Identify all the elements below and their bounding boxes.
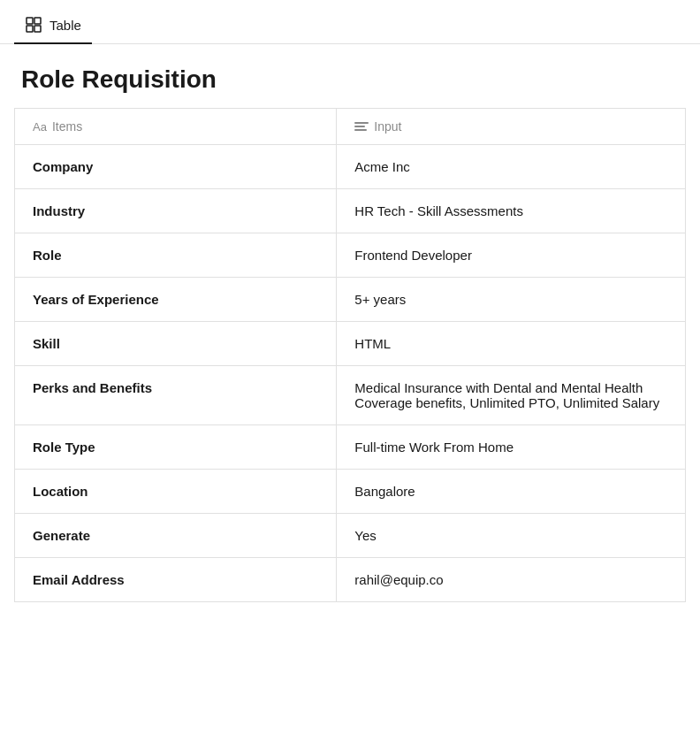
table-container: Aa Items Input CompanyAc [0, 108, 700, 602]
row-item-value: Medical Insurance with Dental and Mental… [337, 366, 686, 425]
svg-rect-3 [34, 26, 41, 32]
row-item-label: Skill [15, 322, 337, 366]
input-label: Input [374, 119, 401, 134]
table-row: SkillHTML [15, 322, 686, 366]
lines-icon [354, 122, 369, 131]
aa-prefix: Aa [33, 120, 47, 134]
row-item-label: Role Type [15, 425, 337, 470]
items-label: Items [52, 119, 82, 134]
table-row: IndustryHR Tech - Skill Assessments [15, 189, 686, 233]
table-row: GenerateYes [15, 514, 686, 558]
row-item-value: HR Tech - Skill Assessments [337, 189, 686, 233]
tab-table[interactable]: Table [14, 7, 92, 44]
svg-rect-1 [34, 18, 41, 24]
table-icon [25, 16, 42, 34]
row-item-label: Perks and Benefits [15, 366, 337, 425]
table-row: LocationBangalore [15, 470, 686, 514]
row-item-value: HTML [337, 322, 686, 366]
col-input-header: Input [337, 109, 686, 145]
tab-table-label: Table [49, 18, 81, 33]
row-item-label: Generate [15, 514, 337, 558]
row-item-value: Yes [337, 514, 686, 558]
table-header-row: Aa Items Input [15, 109, 686, 145]
table-body: CompanyAcme IncIndustryHR Tech - Skill A… [15, 145, 686, 602]
row-item-label: Company [15, 145, 337, 189]
row-item-value: Bangalore [337, 470, 686, 514]
row-item-value: Full-time Work From Home [337, 425, 686, 470]
col-items-header: Aa Items [15, 109, 337, 145]
row-item-value: rahil@equip.co [337, 558, 686, 602]
table-row: RoleFrontend Developer [15, 233, 686, 278]
table-row: Email Addressrahil@equip.co [15, 558, 686, 602]
table-row: CompanyAcme Inc [15, 145, 686, 189]
row-item-label: Email Address [15, 558, 337, 602]
row-item-label: Role [15, 233, 337, 278]
row-item-value: Frontend Developer [337, 233, 686, 278]
table-row: Years of Experience5+ years [15, 278, 686, 322]
table-row: Role TypeFull-time Work From Home [15, 425, 686, 470]
row-item-value: 5+ years [337, 278, 686, 322]
page-title: Role Requisition [0, 44, 700, 108]
svg-rect-0 [27, 18, 33, 24]
row-item-value: Acme Inc [337, 145, 686, 189]
row-item-label: Location [15, 470, 337, 514]
role-requisition-table: Aa Items Input CompanyAc [14, 108, 686, 602]
top-nav: Table [0, 0, 700, 44]
table-row: Perks and BenefitsMedical Insurance with… [15, 366, 686, 425]
row-item-label: Years of Experience [15, 278, 337, 322]
row-item-label: Industry [15, 189, 337, 233]
svg-rect-2 [27, 26, 33, 32]
